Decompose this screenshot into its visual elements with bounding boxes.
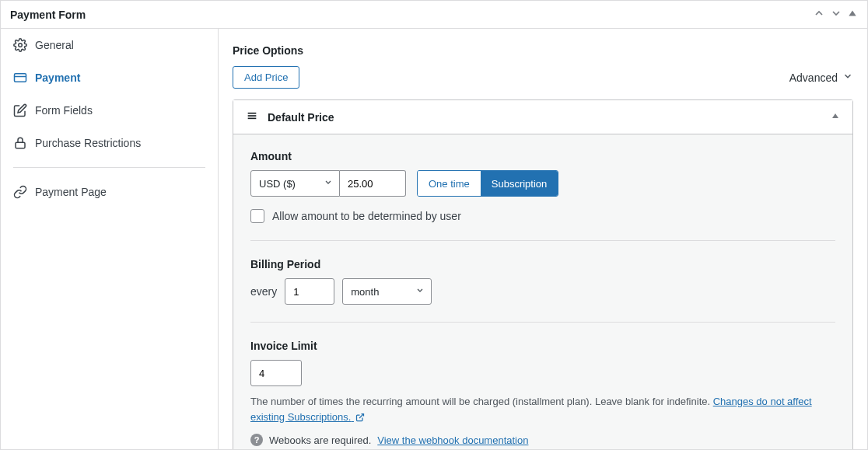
billing-period-group: Billing Period every month (250, 258, 835, 323)
currency-amount-wrap: USD ($) (250, 170, 406, 197)
invoice-limit-label: Invoice Limit (250, 340, 835, 352)
sidebar-item-label: Purchase Restrictions (35, 137, 141, 149)
payment-form-panel: Payment Form General (0, 0, 868, 450)
sidebar-item-general[interactable]: General (1, 29, 218, 61)
lock-icon (13, 136, 27, 150)
amount-input[interactable] (340, 170, 406, 197)
billing-unit-select[interactable]: month (342, 278, 432, 305)
link-icon (13, 185, 27, 199)
panel-header-controls (813, 7, 858, 22)
billing-interval-input[interactable] (285, 278, 334, 305)
collapse-toggle-icon[interactable] (847, 8, 858, 21)
sidebar-item-label: Payment Page (35, 186, 107, 198)
chevron-down-icon (324, 178, 333, 190)
price-card-body: Amount USD ($) (233, 134, 852, 449)
billing-unit-value: month (351, 286, 379, 298)
sidebar-item-label: Form Fields (35, 104, 93, 117)
price-options-row: Add Price Advanced (233, 66, 853, 89)
help-icon: ? (250, 434, 263, 446)
advanced-label: Advanced (789, 72, 838, 84)
svg-point-1 (19, 44, 23, 47)
chevron-down-icon (842, 71, 853, 84)
webhook-prefix: Webooks are required. (269, 434, 371, 446)
amount-group: Amount USD ($) (250, 150, 835, 241)
allow-user-amount-row: Allow amount to be determined by user (250, 209, 835, 223)
svg-line-9 (359, 413, 364, 418)
invoice-help-text: The number of times the recurring amount… (250, 394, 835, 426)
webhook-doc-link[interactable]: View the webhook documentation (377, 434, 528, 446)
external-link-icon (355, 411, 365, 427)
invoice-limit-input[interactable] (250, 360, 302, 386)
svg-rect-2 (15, 74, 26, 82)
price-card: Default Price Amount USD ($) (233, 99, 853, 449)
toggle-subscription[interactable]: Subscription (481, 171, 558, 196)
drag-handle-icon[interactable] (246, 110, 258, 124)
toggle-one-time[interactable]: One time (418, 171, 481, 196)
collapse-card-icon[interactable] (831, 111, 840, 123)
billing-prefix: every (250, 285, 277, 298)
move-down-icon[interactable] (830, 7, 842, 22)
invoice-limit-group: Invoice Limit The number of times the re… (250, 340, 835, 446)
chevron-down-icon (415, 286, 425, 298)
svg-rect-4 (16, 142, 25, 148)
panel-header: Payment Form (1, 1, 867, 29)
amount-row: USD ($) One time Subscription (250, 170, 835, 197)
invoice-help-prefix: The number of times the recurring amount… (250, 396, 713, 407)
sidebar-item-payment[interactable]: Payment (1, 61, 218, 94)
amount-label: Amount (250, 150, 835, 162)
billing-type-toggle: One time Subscription (417, 170, 558, 197)
allow-user-amount-checkbox[interactable] (250, 209, 264, 223)
move-up-icon[interactable] (813, 7, 825, 22)
webhook-info-row: ? Webooks are required. View the webhook… (250, 434, 835, 446)
price-card-header[interactable]: Default Price (233, 100, 852, 134)
price-card-title: Default Price (268, 111, 334, 124)
section-title: Price Options (233, 44, 853, 57)
credit-card-icon (13, 71, 27, 85)
sidebar-item-form-fields[interactable]: Form Fields (1, 94, 218, 127)
svg-marker-8 (832, 113, 838, 118)
main-content: Price Options Add Price Advanced (219, 29, 867, 449)
sidebar-item-label: General (35, 39, 74, 51)
currency-selected-value: USD ($) (259, 178, 296, 190)
sidebar-divider (13, 167, 205, 168)
sidebar-item-label: Payment (35, 72, 80, 84)
billing-period-label: Billing Period (250, 258, 835, 270)
gear-icon (13, 38, 27, 52)
price-card-header-left: Default Price (246, 110, 334, 124)
add-price-button[interactable]: Add Price (233, 66, 299, 89)
allow-user-amount-label: Allow amount to be determined by user (272, 210, 461, 222)
sidebar-item-payment-page[interactable]: Payment Page (1, 176, 218, 208)
advanced-toggle[interactable]: Advanced (789, 71, 853, 84)
svg-marker-0 (849, 11, 856, 16)
panel-body: General Payment Form Fields Purchase Res… (1, 29, 867, 449)
sidebar: General Payment Form Fields Purchase Res… (1, 29, 219, 449)
billing-period-row: every month (250, 278, 835, 305)
panel-title: Payment Form (10, 9, 86, 21)
currency-select[interactable]: USD ($) (250, 170, 340, 197)
edit-icon (13, 103, 27, 117)
sidebar-item-purchase-restrictions[interactable]: Purchase Restrictions (1, 127, 218, 159)
